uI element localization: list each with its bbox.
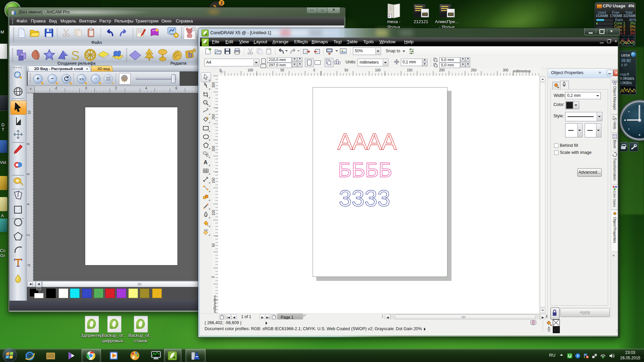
svg-text:y: y <box>436 65 438 67</box>
svg-text:?: ? <box>615 118 617 121</box>
svg-text:x: x <box>436 60 438 62</box>
svg-text:b: b <box>188 51 192 59</box>
svg-text:3333: 3333 <box>339 185 390 211</box>
svg-text:A: A <box>204 160 208 165</box>
svg-text:АААА: АААА <box>337 129 397 155</box>
svg-text:ББББ: ББББ <box>338 158 392 181</box>
